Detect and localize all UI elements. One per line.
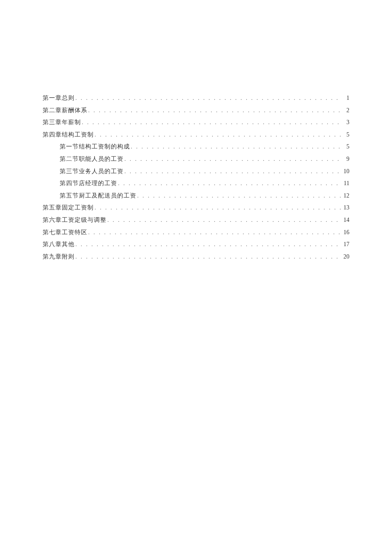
- toc-page: 20: [342, 253, 349, 261]
- toc-page: 10: [342, 167, 349, 176]
- toc-title: 第八章其他: [43, 240, 75, 249]
- toc-leader: . . . . . . . . . . . . . . . . . . . . …: [107, 216, 341, 224]
- toc-page: 1: [342, 94, 349, 102]
- toc-leader: . . . . . . . . . . . . . . . . . . . . …: [95, 131, 341, 139]
- toc-entry: 第七章工资特区 . . . . . . . . . . . . . . . . …: [43, 228, 349, 237]
- toc-page: 11: [342, 179, 349, 188]
- toc-leader: . . . . . . . . . . . . . . . . . . . . …: [124, 155, 341, 163]
- toc-page: 3: [342, 118, 349, 127]
- toc-page: 12: [342, 192, 349, 200]
- toc-page: 9: [342, 155, 349, 163]
- toc-leader: . . . . . . . . . . . . . . . . . . . . …: [118, 180, 341, 187]
- toc-title: 第四章结构工资制: [43, 131, 94, 139]
- toc-title: 第三章年薪制: [43, 118, 81, 127]
- table-of-contents: 第一章总则 . . . . . . . . . . . . . . . . . …: [43, 94, 349, 261]
- toc-title: 第一章总则: [43, 94, 75, 102]
- toc-title: 第六章工资定级与调整: [43, 216, 107, 224]
- toc-page: 16: [342, 228, 349, 237]
- toc-leader: . . . . . . . . . . . . . . . . . . . . …: [131, 143, 341, 151]
- toc-leader: . . . . . . . . . . . . . . . . . . . . …: [88, 107, 341, 114]
- toc-entry: 第八章其他 . . . . . . . . . . . . . . . . . …: [43, 240, 349, 249]
- toc-title: 第五章固定工资制: [43, 203, 94, 212]
- toc-entry: 第五节厨工及配送员的工资 . . . . . . . . . . . . . .…: [60, 192, 349, 200]
- toc-page: 2: [342, 106, 349, 115]
- toc-leader: . . . . . . . . . . . . . . . . . . . . …: [82, 119, 341, 126]
- toc-entry: 第二章薪酬体系 . . . . . . . . . . . . . . . . …: [43, 106, 349, 115]
- toc-page: 5: [342, 131, 349, 139]
- toc-entry: 第二节职能人员的工资 . . . . . . . . . . . . . . .…: [60, 155, 349, 163]
- toc-page: 13: [342, 203, 349, 212]
- toc-entry: 第四章结构工资制 . . . . . . . . . . . . . . . .…: [43, 131, 349, 139]
- toc-title: 第二章薪酬体系: [43, 106, 87, 115]
- toc-title: 第四节店经理的工资: [60, 179, 117, 188]
- toc-page: 17: [342, 240, 349, 249]
- toc-entry: 第三节业务人员的工资 . . . . . . . . . . . . . . .…: [60, 167, 349, 176]
- toc-title: 第三节业务人员的工资: [60, 167, 124, 176]
- toc-title: 第九章附则: [43, 253, 75, 261]
- toc-entry: 第一章总则 . . . . . . . . . . . . . . . . . …: [43, 94, 349, 102]
- toc-leader: . . . . . . . . . . . . . . . . . . . . …: [124, 168, 341, 175]
- toc-title: 第一节结构工资制的构成: [60, 142, 130, 151]
- toc-leader: . . . . . . . . . . . . . . . . . . . . …: [88, 229, 341, 236]
- toc-entry: 第一节结构工资制的构成 . . . . . . . . . . . . . . …: [60, 142, 349, 151]
- toc-title: 第五节厨工及配送员的工资: [60, 192, 136, 200]
- toc-entry: 第五章固定工资制 . . . . . . . . . . . . . . . .…: [43, 203, 349, 212]
- toc-leader: . . . . . . . . . . . . . . . . . . . . …: [95, 204, 341, 212]
- toc-entry: 第四节店经理的工资 . . . . . . . . . . . . . . . …: [60, 179, 349, 188]
- toc-entry: 第三章年薪制 . . . . . . . . . . . . . . . . .…: [43, 118, 349, 127]
- toc-leader: . . . . . . . . . . . . . . . . . . . . …: [75, 94, 341, 102]
- toc-leader: . . . . . . . . . . . . . . . . . . . . …: [75, 241, 341, 248]
- toc-page: 5: [342, 142, 349, 151]
- toc-leader: . . . . . . . . . . . . . . . . . . . . …: [75, 253, 341, 261]
- toc-entry: 第九章附则 . . . . . . . . . . . . . . . . . …: [43, 253, 349, 261]
- toc-title: 第七章工资特区: [43, 228, 87, 237]
- toc-entry: 第六章工资定级与调整 . . . . . . . . . . . . . . .…: [43, 216, 349, 224]
- toc-page: 14: [342, 216, 349, 224]
- toc-title: 第二节职能人员的工资: [60, 155, 124, 163]
- toc-leader: . . . . . . . . . . . . . . . . . . . . …: [137, 192, 341, 200]
